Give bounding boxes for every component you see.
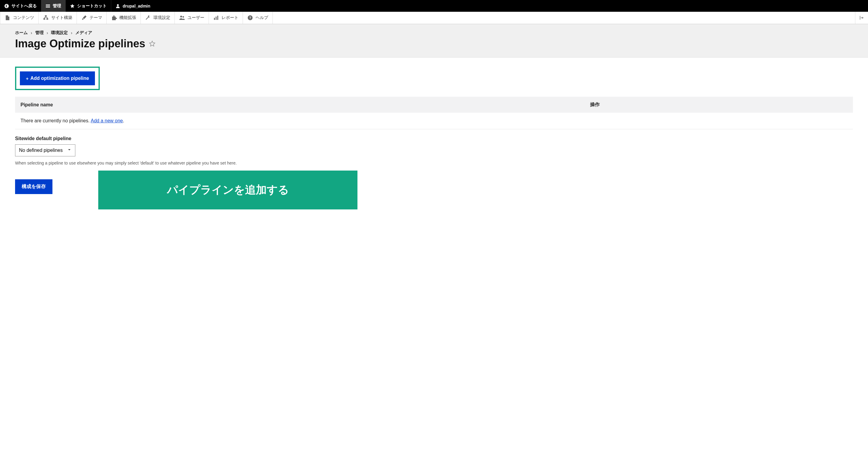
col-operations: 操作 (585, 97, 853, 113)
menu-content[interactable]: コンテンツ (0, 12, 38, 24)
menu-content-label: コンテンツ (13, 15, 34, 21)
breadcrumb-manage[interactable]: 管理 (35, 30, 44, 36)
svg-rect-12 (217, 16, 218, 20)
highlight-frame: + Add optimization pipeline (15, 67, 100, 90)
select-value: No defined pipelines (19, 148, 63, 153)
structure-icon (43, 15, 49, 21)
default-pipeline-label: Sitewide default pipeline (15, 136, 853, 141)
hamburger-icon (45, 4, 50, 8)
svg-point-8 (180, 16, 182, 18)
chart-icon (213, 15, 219, 21)
svg-rect-6 (43, 19, 45, 20)
default-pipeline-select[interactable]: No defined pipelines (15, 144, 75, 156)
puzzle-icon (111, 15, 117, 21)
document-icon (4, 15, 10, 21)
col-pipeline-name: Pipeline name (15, 97, 585, 113)
people-icon (179, 15, 185, 21)
menu-appearance[interactable]: テーマ (77, 12, 107, 24)
page-header: ホーム › 管理 › 環境設定 › メディア Image Optimize pi… (0, 24, 868, 58)
collapse-toggle[interactable] (855, 12, 868, 24)
star-icon (70, 4, 75, 8)
breadcrumb-media[interactable]: メディア (75, 30, 92, 36)
help-text: When selecting a pipeline to use elsewhe… (15, 161, 853, 165)
back-label: サイトへ戻る (11, 3, 37, 9)
page-title: Image Optimize pipelines (15, 37, 145, 50)
user-menu-button[interactable]: drupal_admin (111, 0, 155, 12)
menu-people-label: ユーザー (187, 15, 204, 21)
menu-structure-label: サイト構築 (51, 15, 72, 21)
breadcrumb: ホーム › 管理 › 環境設定 › メディア (15, 30, 853, 36)
add-pipeline-button[interactable]: + Add optimization pipeline (20, 71, 95, 85)
pipelines-table: Pipeline name 操作 There are currently no … (15, 97, 853, 129)
user-icon (116, 4, 120, 8)
empty-text-suffix: . (123, 118, 124, 123)
svg-rect-10 (214, 18, 215, 20)
menu-config[interactable]: 環境設定 (141, 12, 175, 24)
back-arrow-icon (4, 4, 9, 8)
svg-rect-2 (46, 6, 50, 6)
back-to-site-button[interactable]: サイトへ戻る (0, 0, 41, 12)
shortcuts-button[interactable]: ショートカット (66, 0, 111, 12)
add-new-one-link[interactable]: Add a new one (91, 118, 123, 123)
svg-text:?: ? (249, 16, 251, 20)
menu-extend-label: 機能拡張 (119, 15, 136, 21)
table-empty-row: There are currently no pipelines. Add a … (15, 113, 853, 129)
plus-icon: + (26, 76, 29, 81)
favorite-star-icon[interactable] (149, 40, 156, 47)
brush-icon (81, 15, 87, 21)
manage-button[interactable]: 管理 (41, 0, 66, 12)
empty-text-prefix: There are currently no pipelines. (21, 118, 91, 123)
menu-reports-label: レポート (221, 15, 239, 21)
help-icon: ? (247, 15, 253, 21)
svg-point-9 (183, 16, 184, 18)
menu-reports[interactable]: レポート (209, 12, 243, 24)
menu-structure[interactable]: サイト構築 (38, 12, 77, 24)
menu-config-label: 環境設定 (153, 15, 170, 21)
svg-point-4 (117, 4, 119, 6)
breadcrumb-sep: › (31, 30, 32, 35)
add-pipeline-label: Add optimization pipeline (30, 76, 89, 81)
svg-rect-1 (46, 4, 50, 5)
breadcrumb-config[interactable]: 環境設定 (51, 30, 68, 36)
save-config-button[interactable]: 構成を保存 (15, 179, 53, 194)
menu-extend[interactable]: 機能拡張 (107, 12, 141, 24)
menu-help[interactable]: ? ヘルプ (243, 12, 273, 24)
svg-rect-11 (216, 17, 217, 20)
svg-rect-3 (46, 7, 50, 7)
menu-help-label: ヘルプ (255, 15, 268, 21)
svg-point-0 (4, 4, 9, 8)
manage-label: 管理 (53, 3, 61, 9)
breadcrumb-sep: › (71, 30, 72, 35)
top-toolbar: サイトへ戻る 管理 ショートカット drupal_admin (0, 0, 868, 12)
shortcuts-label: ショートカット (77, 3, 107, 9)
menu-appearance-label: テーマ (90, 15, 102, 21)
menu-people[interactable]: ユーザー (175, 12, 209, 24)
wrench-icon (145, 15, 151, 21)
breadcrumb-home[interactable]: ホーム (15, 30, 28, 36)
svg-rect-5 (45, 15, 47, 17)
svg-rect-15 (860, 16, 861, 20)
breadcrumb-sep: › (47, 30, 48, 35)
user-label: drupal_admin (123, 4, 150, 8)
svg-rect-7 (46, 19, 48, 20)
admin-menu: コンテンツ サイト構築 テーマ 機能拡張 環境設定 ユーザー レポート (0, 12, 868, 24)
instruction-overlay: パイプラインを追加する (98, 170, 358, 209)
chevron-down-icon (67, 148, 71, 153)
